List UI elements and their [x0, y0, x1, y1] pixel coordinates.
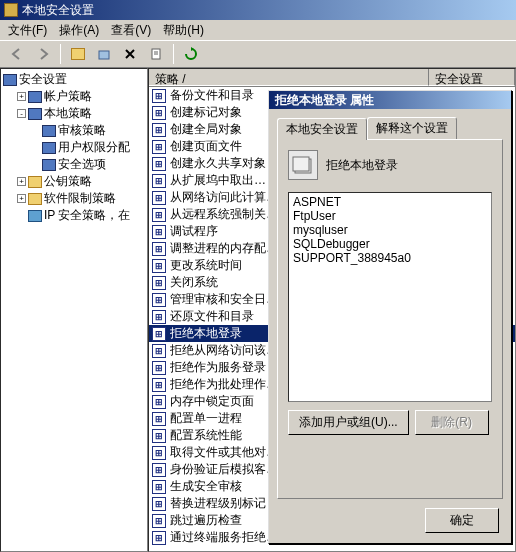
policy-item-icon: ⊞	[152, 174, 166, 188]
properties-dialog: 拒绝本地登录 属性 本地安全设置 解释这个设置 拒绝本地登录 ASPNETFtp…	[268, 90, 512, 544]
list-item-label: 身份验证后模拟客…	[170, 461, 278, 478]
expander-icon[interactable]: +	[17, 177, 26, 186]
list-header: 策略 / 安全设置	[149, 69, 515, 87]
window-title: 本地安全设置	[22, 2, 94, 19]
user-entry[interactable]: mysqluser	[293, 223, 487, 237]
svg-rect-0	[99, 51, 109, 59]
tree-node[interactable]: +帐户策略	[3, 88, 145, 105]
menu-action[interactable]: 操作(A)	[59, 22, 99, 39]
book-icon	[42, 159, 56, 171]
policy-item-icon: ⊞	[152, 480, 166, 494]
user-entry[interactable]: FtpUser	[293, 209, 487, 223]
tree-node[interactable]: +公钥策略	[3, 173, 145, 190]
tree-label: 帐户策略	[44, 88, 92, 105]
policy-item-icon: ⊞	[152, 208, 166, 222]
policy-item-icon: ⊞	[152, 123, 166, 137]
list-item-label: 创建全局对象	[170, 121, 242, 138]
policy-icon	[288, 150, 318, 180]
tree-node[interactable]: IP 安全策略，在	[3, 207, 145, 224]
col-policy[interactable]: 策略 /	[149, 69, 429, 86]
menu-view[interactable]: 查看(V)	[111, 22, 151, 39]
tree-pane[interactable]: 安全设置 +帐户策略-本地策略审核策略用户权限分配安全选项+公钥策略+软件限制策…	[0, 68, 148, 552]
folder-icon	[28, 176, 42, 188]
tree-label: 安全选项	[58, 156, 106, 173]
refresh-button[interactable]	[180, 43, 202, 65]
window-titlebar: 本地安全设置	[0, 0, 516, 20]
policy-item-icon: ⊞	[152, 412, 166, 426]
list-item-label: 内存中锁定页面	[170, 393, 254, 410]
user-entry[interactable]: SQLDebugger	[293, 237, 487, 251]
delete-button[interactable]	[119, 43, 141, 65]
list-item-label: 更改系统时间	[170, 257, 242, 274]
col-setting[interactable]: 安全设置	[429, 69, 515, 86]
policy-item-icon: ⊞	[152, 497, 166, 511]
folder-icon	[71, 48, 85, 60]
expander-icon[interactable]: -	[17, 109, 26, 118]
list-item-label: 配置系统性能	[170, 427, 242, 444]
dialog-tabs: 本地安全设置 解释这个设置	[277, 117, 503, 139]
list-item-label: 从扩展坞中取出…	[170, 172, 266, 189]
tree-node[interactable]: +软件限制策略	[3, 190, 145, 207]
user-listbox[interactable]: ASPNETFtpUsermysqluserSQLDebuggerSUPPORT…	[288, 192, 492, 402]
tree-node[interactable]: -本地策略	[3, 105, 145, 122]
tree-label: 审核策略	[58, 122, 106, 139]
policy-item-icon: ⊞	[152, 531, 166, 545]
menu-help[interactable]: 帮助(H)	[163, 22, 204, 39]
menu-file[interactable]: 文件(F)	[8, 22, 47, 39]
forward-button[interactable]	[32, 43, 54, 65]
policy-item-icon: ⊞	[152, 276, 166, 290]
tree-label: 用户权限分配	[58, 139, 130, 156]
policy-item-icon: ⊞	[152, 140, 166, 154]
policy-item-icon: ⊞	[152, 395, 166, 409]
list-item-label: 备份文件和目录	[170, 87, 254, 104]
list-item-label: 拒绝从网络访问该…	[170, 342, 278, 359]
dialog-title: 拒绝本地登录 属性	[269, 91, 511, 109]
list-item-label: 拒绝作为批处理作…	[170, 376, 278, 393]
policy-item-icon: ⊞	[152, 361, 166, 375]
expander-icon[interactable]: +	[17, 194, 26, 203]
list-item-label: 拒绝作为服务登录	[170, 359, 266, 376]
list-item-label: 生成安全审核	[170, 478, 242, 495]
book-icon	[42, 125, 56, 137]
book-icon	[28, 108, 42, 120]
tree-node[interactable]: 用户权限分配	[3, 139, 145, 156]
delete-button[interactable]: 删除(R)	[415, 410, 489, 435]
export-button[interactable]	[93, 43, 115, 65]
policy-item-icon: ⊞	[152, 463, 166, 477]
tab-explain[interactable]: 解释这个设置	[367, 117, 457, 139]
policy-name: 拒绝本地登录	[326, 157, 398, 174]
tree-root[interactable]: 安全设置	[3, 71, 145, 88]
tree-node[interactable]: 安全选项	[3, 156, 145, 173]
list-item-label: 取得文件或其他对…	[170, 444, 278, 461]
tree-label: 软件限制策略	[44, 190, 116, 207]
list-item-label: 从网络访问此计算…	[170, 189, 278, 206]
svg-rect-5	[293, 157, 309, 171]
properties-button[interactable]	[145, 43, 167, 65]
policy-item-icon: ⊞	[152, 446, 166, 460]
app-icon	[4, 3, 18, 17]
add-user-button[interactable]: 添加用户或组(U)...	[288, 410, 409, 435]
user-entry[interactable]: SUPPORT_388945a0	[293, 251, 487, 265]
folder-icon	[28, 193, 42, 205]
policy-item-icon: ⊞	[152, 157, 166, 171]
list-item-label: 创建永久共享对象	[170, 155, 266, 172]
expander-icon[interactable]: +	[17, 92, 26, 101]
policy-item-icon: ⊞	[152, 191, 166, 205]
policy-item-icon: ⊞	[152, 327, 166, 341]
list-item-label: 从远程系统强制关…	[170, 206, 278, 223]
user-entry[interactable]: ASPNET	[293, 195, 487, 209]
policy-item-icon: ⊞	[152, 429, 166, 443]
policy-item-icon: ⊞	[152, 293, 166, 307]
list-item-label: 跳过遍历检查	[170, 512, 242, 529]
list-item-label: 创建标记对象	[170, 104, 242, 121]
list-item-label: 创建页面文件	[170, 138, 242, 155]
tab-local-security[interactable]: 本地安全设置	[277, 118, 367, 140]
policy-item-icon: ⊞	[152, 225, 166, 239]
back-button[interactable]	[6, 43, 28, 65]
menu-bar: 文件(F) 操作(A) 查看(V) 帮助(H)	[0, 20, 516, 40]
list-item-label: 还原文件和目录	[170, 308, 254, 325]
ok-button[interactable]: 确定	[425, 508, 499, 533]
list-item-label: 配置单一进程	[170, 410, 242, 427]
tree-node[interactable]: 审核策略	[3, 122, 145, 139]
folder-button[interactable]	[67, 43, 89, 65]
